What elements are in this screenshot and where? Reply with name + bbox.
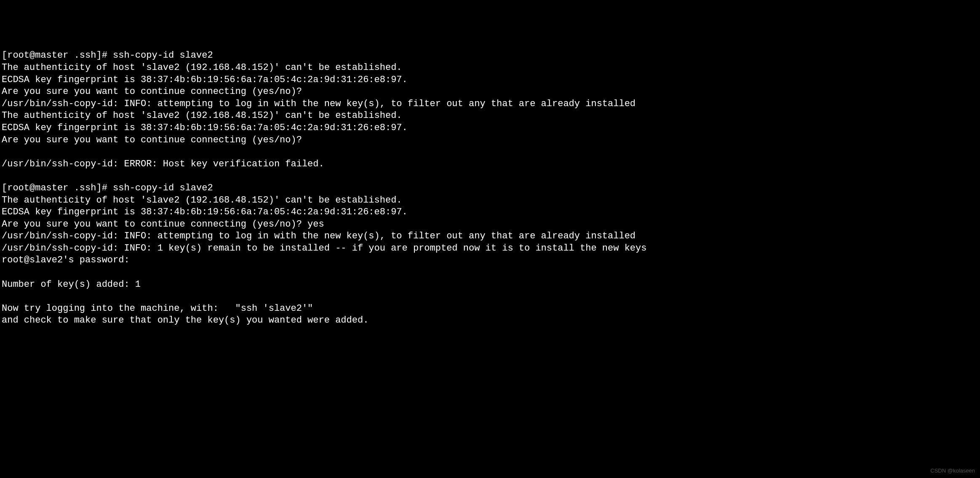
- terminal-line: /usr/bin/ssh-copy-id: INFO: attempting t…: [2, 230, 978, 243]
- terminal-line: The authenticity of host 'slave2 (192.16…: [2, 195, 978, 207]
- terminal-line: /usr/bin/ssh-copy-id: INFO: attempting t…: [2, 98, 978, 110]
- terminal-line: root@slave2's password:: [2, 254, 978, 267]
- terminal-line: /usr/bin/ssh-copy-id: ERROR: Host key ve…: [2, 158, 978, 171]
- terminal-line: /usr/bin/ssh-copy-id: INFO: 1 key(s) rem…: [2, 243, 978, 255]
- terminal-line: [2, 170, 978, 182]
- terminal-line: Are you sure you want to continue connec…: [2, 86, 978, 98]
- terminal-line: [2, 291, 978, 303]
- terminal-line: Number of key(s) added: 1: [2, 279, 978, 291]
- terminal-line: ECDSA key fingerprint is 38:37:4b:6b:19:…: [2, 122, 978, 134]
- terminal-line: ECDSA key fingerprint is 38:37:4b:6b:19:…: [2, 206, 978, 219]
- terminal-line: [2, 146, 978, 158]
- terminal-line: [root@master .ssh]# ssh-copy-id slave2: [2, 50, 978, 62]
- terminal-line: The authenticity of host 'slave2 (192.16…: [2, 62, 978, 74]
- terminal-line: [2, 267, 978, 279]
- terminal-line: ECDSA key fingerprint is 38:37:4b:6b:19:…: [2, 74, 978, 86]
- terminal-line: Are you sure you want to continue connec…: [2, 219, 978, 231]
- terminal-line: Now try logging into the machine, with: …: [2, 303, 978, 315]
- terminal-output[interactable]: [root@master .ssh]# ssh-copy-id slave2Th…: [2, 50, 978, 327]
- watermark-text: CSDN @kolaseen: [930, 467, 975, 475]
- terminal-line: and check to make sure that only the key…: [2, 315, 978, 327]
- terminal-line: Are you sure you want to continue connec…: [2, 134, 978, 147]
- terminal-line: The authenticity of host 'slave2 (192.16…: [2, 110, 978, 122]
- terminal-line: [root@master .ssh]# ssh-copy-id slave2: [2, 182, 978, 195]
